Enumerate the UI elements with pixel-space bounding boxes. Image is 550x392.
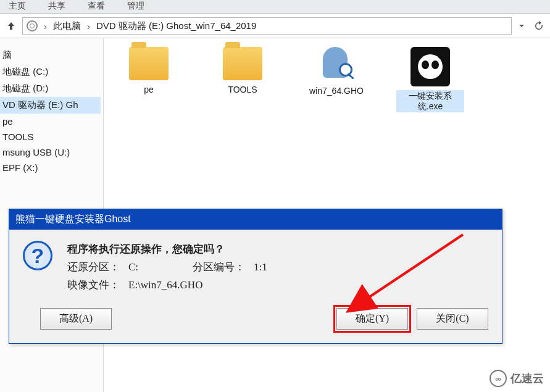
file-item-folder[interactable]: TOOLS (209, 47, 277, 96)
dialog-text: 程序将执行还原操作，您确定吗？ 还原分区： C: 分区编号： 1:1 映像文件：… (67, 241, 267, 294)
ribbon-tabs: 主页 共享 查看 管理 (0, 0, 550, 14)
file-item-exe[interactable]: 一键安装系统.exe (396, 47, 464, 112)
close-button[interactable]: 关闭(C) (417, 308, 488, 330)
breadcrumb-this-pc[interactable]: 此电脑 (53, 20, 81, 32)
watermark: ∞ 亿速云 (490, 370, 544, 387)
chevron-right-icon: › (87, 21, 90, 31)
tab-home[interactable]: 主页 (5, 0, 30, 13)
advanced-button[interactable]: 高级(A) (40, 308, 112, 330)
up-button[interactable] (4, 19, 19, 33)
ghost-icon (319, 47, 354, 81)
confirm-dialog: 熊猫一键硬盘安装器Ghost ? 程序将执行还原操作，您确定吗？ 还原分区： C… (9, 209, 502, 344)
image-file-label: 映像文件： (67, 277, 120, 294)
refresh-button[interactable] (531, 21, 546, 31)
tree-item[interactable]: TOOLS (0, 129, 101, 144)
tree-item[interactable]: pe (0, 114, 101, 129)
dialog-title: 熊猫一键硬盘安装器Ghost (9, 209, 502, 230)
tab-share[interactable]: 共享 (44, 0, 69, 13)
watermark-logo-icon: ∞ (490, 370, 507, 387)
watermark-text: 亿速云 (510, 371, 544, 386)
tree-item[interactable]: EPF (X:) (0, 160, 101, 175)
panda-icon (410, 47, 450, 86)
breadcrumb-bar[interactable]: › 此电脑 › DVD 驱动器 (E:) Ghost_win7_64_2019 (22, 17, 512, 35)
file-item-label: win7_64.GHO (307, 85, 366, 97)
tree-item-selected[interactable]: VD 驱动器 (E:) Gh (0, 97, 101, 114)
tab-manage[interactable]: 管理 (123, 0, 148, 13)
dialog-prompt: 程序将执行还原操作，您确定吗？ (67, 241, 267, 259)
tree-item[interactable]: 脑 (0, 47, 101, 64)
file-item-label: pe (141, 84, 156, 96)
restore-partition-label: 还原分区： (67, 259, 120, 277)
file-item-gho[interactable]: win7_64.GHO (302, 47, 370, 97)
partition-number-value: 1:1 (254, 259, 267, 277)
image-file-value: E:\win7_64.GHO (128, 277, 202, 294)
tab-view[interactable]: 查看 (84, 0, 109, 13)
partition-number-label: 分区编号： (193, 259, 245, 277)
tree-item[interactable]: 地磁盘 (C:) (0, 64, 101, 80)
tree-item[interactable]: 地磁盘 (D:) (0, 80, 101, 97)
restore-partition-value: C: (128, 259, 138, 277)
file-item-folder[interactable]: pe (115, 47, 183, 96)
breadcrumb-drive[interactable]: DVD 驱动器 (E:) Ghost_win7_64_2019 (96, 20, 256, 32)
ok-button[interactable]: 确定(Y) (336, 308, 408, 330)
address-dropdown[interactable] (515, 22, 528, 30)
folder-icon (129, 47, 169, 80)
address-bar-row: › 此电脑 › DVD 驱动器 (E:) Ghost_win7_64_2019 (0, 14, 550, 38)
tree-item[interactable]: msung USB (U:) (0, 144, 101, 160)
chevron-right-icon: › (44, 21, 47, 31)
folder-icon (223, 47, 262, 80)
drive-icon (27, 20, 38, 31)
file-item-label: 一键安装系统.exe (396, 90, 464, 112)
file-item-label: TOOLS (225, 84, 259, 96)
question-icon: ? (23, 241, 52, 270)
